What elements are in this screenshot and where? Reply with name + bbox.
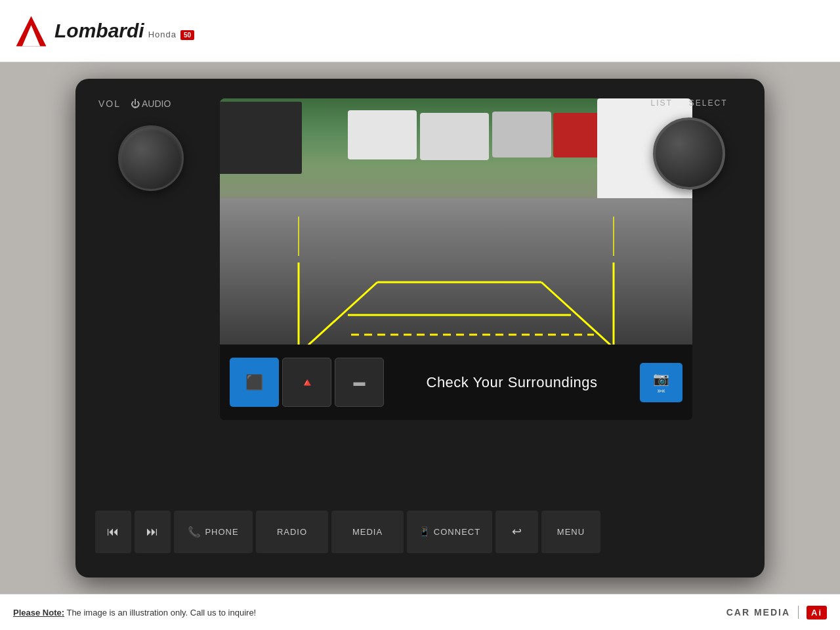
footer: Please Note: The image is an illustratio… bbox=[0, 594, 840, 630]
back-button[interactable]: ↩ bbox=[495, 511, 538, 553]
back-icon: ↩ bbox=[512, 524, 522, 539]
backup-camera-view bbox=[220, 98, 692, 348]
select-label: SELECT bbox=[689, 98, 728, 108]
footer-note-detail: The image is an illustration only. Call … bbox=[66, 608, 256, 618]
next-icon: ⏭ bbox=[146, 525, 159, 539]
knob-labels: LIST SELECT bbox=[650, 98, 727, 108]
radio-label: RADIO bbox=[277, 527, 307, 537]
screen-controls-bar: ⬛ 🔺 ▬ Check Your Surroundings 📷 »« bbox=[220, 345, 692, 420]
vol-label: VOL bbox=[98, 98, 121, 109]
front-view-button[interactable]: 🔺 bbox=[282, 358, 331, 407]
side-view-icon: ▬ bbox=[354, 375, 366, 389]
right-controls: LIST SELECT bbox=[633, 98, 745, 420]
car-media-label: CAR MEDIA bbox=[726, 607, 790, 618]
logo: A Lombardi Honda 50 bbox=[13, 13, 194, 49]
left-controls: VOL ⏻ AUDIO bbox=[95, 98, 207, 420]
list-label: LIST bbox=[650, 98, 672, 108]
radio-button[interactable]: RADIO bbox=[256, 511, 328, 553]
svg-text:A: A bbox=[26, 35, 32, 45]
footer-brand: CAR MEDIA Ai bbox=[726, 606, 827, 620]
footer-divider bbox=[798, 606, 799, 619]
footer-note: Please Note: The image is an illustratio… bbox=[13, 606, 256, 618]
media-label: MEDIA bbox=[352, 527, 383, 537]
next-track-button[interactable]: ⏭ bbox=[135, 511, 171, 553]
menu-button[interactable]: MENU bbox=[541, 511, 600, 553]
phone-label: PHONE bbox=[205, 527, 238, 537]
front-view-icon: 🔺 bbox=[300, 375, 314, 390]
surroundings-message: Check Your Surroundings bbox=[387, 374, 637, 391]
volume-knob[interactable] bbox=[118, 125, 184, 191]
rear-view-icon: ⬛ bbox=[245, 374, 263, 391]
side-view-button[interactable]: ▬ bbox=[335, 358, 384, 407]
guide-lines-overlay bbox=[220, 98, 692, 348]
footer-note-label: Please Note: bbox=[13, 608, 64, 618]
brand-sub: Honda bbox=[148, 30, 177, 39]
phone-icon: 📞 bbox=[188, 526, 201, 538]
connect-label: CONNECT bbox=[434, 527, 480, 537]
rear-view-button[interactable]: ⬛ bbox=[230, 358, 279, 407]
brand-logo-icon: A bbox=[13, 13, 49, 49]
prev-icon: ⏮ bbox=[107, 525, 119, 539]
infotainment-screen[interactable]: ⬛ 🔺 ▬ Check Your Surroundings 📷 »« bbox=[220, 98, 692, 420]
connect-icon: 📱 bbox=[419, 526, 430, 537]
media-button[interactable]: MEDIA bbox=[331, 511, 404, 553]
main-content: VOL ⏻ AUDIO bbox=[0, 62, 840, 594]
brand-name: Lombardi bbox=[54, 20, 144, 42]
infotainment-unit: VOL ⏻ AUDIO bbox=[75, 79, 765, 578]
connect-button[interactable]: 📱 CONNECT bbox=[407, 511, 492, 553]
brand-text: Lombardi Honda 50 bbox=[54, 20, 194, 42]
phone-button[interactable]: 📞 PHONE bbox=[174, 511, 253, 553]
bottom-buttons-row: ⏮ ⏭ 📞 PHONE RADIO MEDIA 📱 CONNECT ↩ bbox=[95, 502, 745, 561]
brand-anniversary: 50 bbox=[180, 30, 194, 40]
menu-label: MENU bbox=[557, 527, 585, 537]
ai-badge: Ai bbox=[807, 606, 827, 620]
prev-track-button[interactable]: ⏮ bbox=[95, 511, 131, 553]
audio-label: ⏻ AUDIO bbox=[131, 98, 171, 109]
select-knob[interactable] bbox=[653, 117, 725, 190]
top-bar: A Lombardi Honda 50 bbox=[0, 0, 840, 62]
